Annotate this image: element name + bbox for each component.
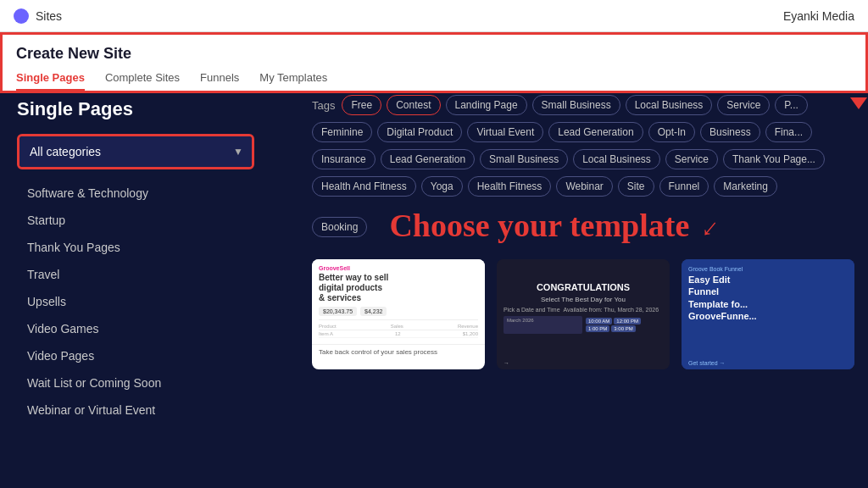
tag-small-business-1[interactable]: Small Business — [532, 95, 620, 115]
tags-label: Tags — [312, 99, 335, 112]
sidebar-item-software[interactable]: Software & Technology — [17, 180, 254, 207]
create-header: Create New Site Single Pages Complete Si… — [0, 32, 868, 93]
create-title: Create New Site — [16, 42, 852, 66]
tags-row-3: Insurance Lead Generation Small Business… — [312, 149, 854, 169]
card-1-price2: $4,232 — [360, 307, 387, 316]
tab-funnels[interactable]: Funnels — [200, 71, 239, 91]
tag-local-business-1[interactable]: Local Business — [626, 95, 713, 115]
tag-feminine[interactable]: Feminine — [312, 122, 372, 142]
sidebar-item-travel[interactable]: Travel — [17, 261, 254, 288]
tag-lead-generation-2[interactable]: Lead Generation — [381, 149, 475, 169]
card-1-price1: $20,343.75 — [319, 307, 357, 316]
tab-my-templates[interactable]: My Templates — [259, 71, 327, 91]
tags-row-5: Booking Choose your template ↓ — [312, 203, 854, 251]
category-select-inner: All categories Software & Technology Sta… — [19, 136, 252, 167]
sidebar-item-video-pages[interactable]: Video Pages — [17, 342, 254, 369]
card-3-image: Groove Book Funnel Easy EditFunnelTempla… — [682, 259, 854, 357]
tab-arrow-indicator — [850, 97, 867, 109]
tags-row-1: Tags Free Contest Landing Page Small Bus… — [312, 95, 854, 115]
tag-more-1[interactable]: P... — [775, 95, 807, 115]
tag-small-business-2[interactable]: Small Business — [480, 149, 568, 169]
tags-row-2: Feminine Digital Product Virtual Event L… — [312, 122, 854, 142]
tag-service-2[interactable]: Service — [665, 149, 718, 169]
card-2-image: CONGRATULATIONS Select The Best Day for … — [497, 259, 670, 357]
card-1-bottom-text: Take back control of your sales process — [319, 348, 478, 356]
tag-contest[interactable]: Contest — [387, 95, 440, 115]
card-1-title: Better way to selldigital products& serv… — [319, 273, 478, 303]
sidebar-item-startup[interactable]: Startup — [17, 207, 254, 234]
card-1-image: GrooveSell Better way to selldigital pro… — [312, 259, 485, 344]
card-1-table-header: ProductSalesRevenue Item A12$1,200 — [319, 323, 478, 338]
template-card-3[interactable]: Groove Book Funnel Easy EditFunnelTempla… — [682, 259, 854, 369]
logo-icon — [14, 8, 29, 24]
tab-single-pages[interactable]: Single Pages — [16, 71, 85, 91]
template-card-1[interactable]: GrooveSell Better way to selldigital pro… — [312, 259, 485, 369]
tag-site[interactable]: Site — [618, 176, 654, 197]
tag-funnel[interactable]: Funnel — [659, 176, 709, 197]
tag-lead-generation-1[interactable]: Lead Generation — [548, 122, 643, 142]
card-3-cta: Get started → — [688, 360, 848, 366]
sidebar-title: Single Pages — [17, 98, 305, 120]
template-card-2[interactable]: CONGRATULATIONS Select The Best Day for … — [497, 259, 670, 369]
content-area: Tags Free Contest Landing Page Small Bus… — [305, 81, 868, 488]
choose-template-annotation: Choose your template ↓ — [389, 207, 717, 244]
tag-opt-in[interactable]: Opt-In — [648, 122, 695, 142]
card-2-arrow-annotation: → — [504, 360, 509, 366]
card-3-bottom: Get started → — [682, 357, 854, 369]
tag-free[interactable]: Free — [342, 95, 381, 115]
tag-thank-you-page[interactable]: Thank You Page... — [723, 149, 825, 169]
tag-marketing[interactable]: Marketing — [714, 176, 777, 197]
tag-digital-product[interactable]: Digital Product — [377, 122, 462, 142]
sidebar-item-waitlist[interactable]: Wait List or Coming Soon — [17, 369, 254, 396]
main-layout: Single Pages All categories Software & T… — [0, 81, 868, 488]
sidebar-item-upsells[interactable]: Upsells — [17, 288, 254, 315]
sidebar-item-webinar[interactable]: Webinar or Virtual Event — [17, 396, 254, 424]
tab-complete-sites[interactable]: Complete Sites — [105, 71, 180, 91]
tag-service-1[interactable]: Service — [717, 95, 770, 115]
card-2-title: CONGRATULATIONS — [504, 282, 663, 292]
sidebar: Single Pages All categories Software & T… — [0, 81, 305, 488]
tag-health-fitness[interactable]: Health Fitness — [468, 176, 552, 197]
sites-nav-label[interactable]: Sites — [36, 9, 62, 23]
tag-virtual-event[interactable]: Virtual Event — [467, 122, 543, 142]
category-select[interactable]: All categories Software & Technology Sta… — [19, 136, 252, 167]
tag-business[interactable]: Business — [700, 122, 760, 142]
brand-label: Eyanki Media — [783, 9, 854, 23]
tags-row-4: Health And Fitness Yoga Health Fitness W… — [312, 176, 854, 197]
card-3-title: Easy EditFunnelTemplate fo...GrooveFunne… — [688, 274, 848, 322]
tag-booking[interactable]: Booking — [312, 217, 367, 237]
template-cards: GrooveSell Better way to selldigital pro… — [312, 259, 854, 369]
tag-fina[interactable]: Fina... — [765, 122, 812, 142]
create-header-section: Create New Site Single Pages Complete Si… — [0, 32, 868, 81]
tag-health-and-fitness[interactable]: Health And Fitness — [312, 176, 416, 197]
category-select-wrapper[interactable]: All categories Software & Technology Sta… — [17, 134, 254, 169]
create-tabs: Single Pages Complete Sites Funnels My T… — [16, 66, 852, 91]
sidebar-item-video-games[interactable]: Video Games — [17, 315, 254, 342]
card-1-bottom: Take back control of your sales process — [312, 344, 485, 359]
card-2-bottom: → — [497, 357, 670, 369]
tag-insurance[interactable]: Insurance — [312, 149, 376, 169]
tag-landing-page[interactable]: Landing Page — [446, 95, 527, 115]
tags-section: Tags Free Contest Landing Page Small Bus… — [312, 95, 854, 256]
sidebar-item-thank-you[interactable]: Thank You Pages — [17, 234, 254, 261]
tag-yoga[interactable]: Yoga — [421, 176, 463, 197]
card-2-subtitle: Select The Best Day for You — [504, 296, 663, 303]
card-1-tagline: GrooveSell — [319, 265, 478, 271]
top-nav: Sites Eyanki Media — [0, 0, 868, 32]
card-3-label: Groove Book Funnel — [688, 266, 848, 272]
tag-webinar[interactable]: Webinar — [556, 176, 612, 197]
tag-local-business-2[interactable]: Local Business — [573, 149, 660, 169]
